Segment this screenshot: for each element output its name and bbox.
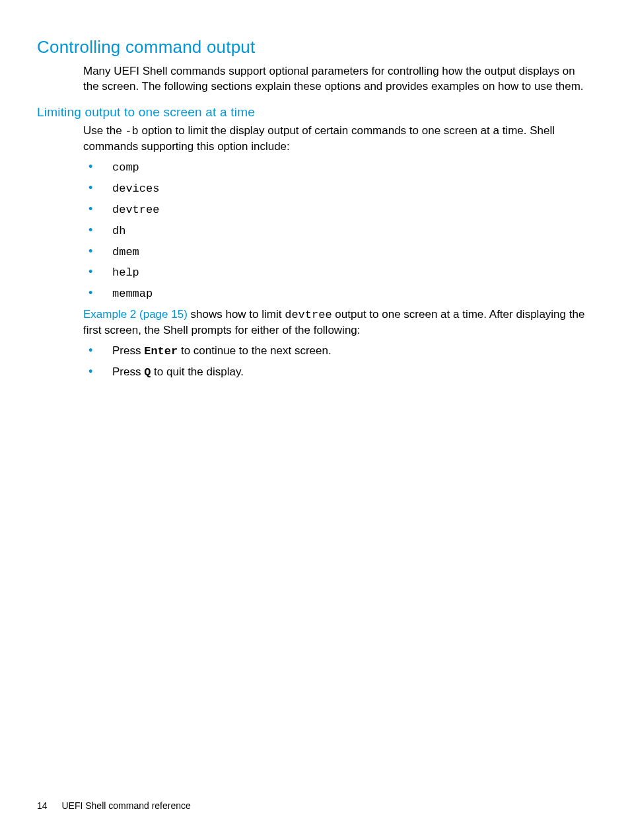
example-cross-reference-link[interactable]: Example 2 (page 15) xyxy=(83,308,188,321)
page-content: Controlling command output Many UEFI She… xyxy=(37,37,593,381)
list-item: help xyxy=(83,265,593,281)
intro-paragraph: Many UEFI Shell commands support optiona… xyxy=(83,64,593,95)
text-fragment: Press xyxy=(112,344,144,357)
list-item: memmap xyxy=(83,286,593,302)
command-name: comp xyxy=(112,161,139,174)
list-item: dh xyxy=(83,223,593,239)
command-name: devices xyxy=(112,182,159,195)
text-fragment: to continue to the next screen. xyxy=(178,344,331,357)
list-item: dmem xyxy=(83,245,593,260)
actions-list: Press Enter to continue to the next scre… xyxy=(83,344,593,381)
text-fragment: to quit the display. xyxy=(151,365,244,378)
list-item: comp xyxy=(83,160,593,176)
list-item: devices xyxy=(83,181,593,197)
list-item: Press Q to quit the display. xyxy=(83,365,593,381)
command-list: comp devices devtree dh dmem help memmap xyxy=(83,160,593,303)
command-name: devtree xyxy=(112,204,159,216)
heading-controlling-command-output: Controlling command output xyxy=(37,37,593,57)
command-name: dmem xyxy=(112,246,139,258)
page-number: 14 xyxy=(37,800,48,811)
command-name: devtree xyxy=(285,309,332,321)
list-item: Press Enter to continue to the next scre… xyxy=(83,344,593,360)
key-q: Q xyxy=(144,366,151,379)
key-enter: Enter xyxy=(144,345,178,358)
page-footer: 14 UEFI Shell command reference xyxy=(37,800,191,811)
limiting-paragraph: Use the -b option to limit the display o… xyxy=(83,124,593,155)
example-paragraph: Example 2 (page 15) shows how to limit d… xyxy=(83,307,593,338)
heading-limiting-output: Limiting output to one screen at a time xyxy=(37,105,593,120)
command-name: help xyxy=(112,266,139,279)
list-item: devtree xyxy=(83,202,593,218)
command-name: dh xyxy=(112,225,125,237)
command-name: memmap xyxy=(112,287,153,300)
text-fragment: option to limit the display output of ce… xyxy=(83,124,555,153)
text-fragment: Use the xyxy=(83,124,125,137)
option-flag: -b xyxy=(125,125,138,137)
footer-title: UEFI Shell command reference xyxy=(61,800,190,811)
text-fragment: shows how to limit xyxy=(188,308,285,321)
text-fragment: Press xyxy=(112,365,144,378)
